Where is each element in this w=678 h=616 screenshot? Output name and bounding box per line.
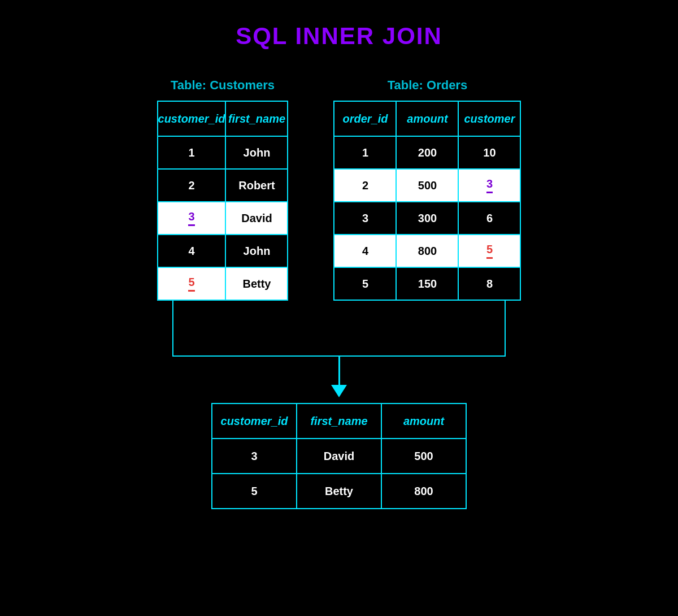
customers-header-row: customer_id first_name bbox=[158, 101, 288, 136]
result-row: 5Betty800 bbox=[212, 474, 466, 509]
customers-cell-name: Robert bbox=[225, 169, 288, 202]
customers-cell-id: 5 bbox=[158, 267, 226, 300]
customers-cell-name: John bbox=[225, 235, 288, 267]
customers-row: 5Betty bbox=[158, 267, 288, 300]
orders-cell-amount: 200 bbox=[396, 136, 458, 169]
customers-row: 2Robert bbox=[158, 169, 288, 202]
orders-cell-orderid: 1 bbox=[334, 136, 396, 169]
orders-cell-orderid: 5 bbox=[334, 267, 396, 300]
customers-col-name: first_name bbox=[225, 101, 288, 136]
orders-col-customer: customer bbox=[458, 101, 520, 136]
connector-wrapper bbox=[107, 301, 571, 357]
orders-cell-amount: 300 bbox=[396, 202, 458, 235]
customers-cell-name: Betty bbox=[225, 267, 288, 300]
customers-col-id: customer_id bbox=[158, 101, 226, 136]
result-col-custid: customer_id bbox=[212, 404, 297, 439]
page-title: SQL INNER JOIN bbox=[236, 23, 442, 50]
orders-row: 25003 bbox=[334, 169, 520, 202]
result-col-firstname: first_name bbox=[297, 404, 381, 439]
orders-cell-amount: 150 bbox=[396, 267, 458, 300]
customers-row: 4John bbox=[158, 235, 288, 267]
orders-cell-customer: 5 bbox=[458, 235, 520, 267]
result-cell-custid: 5 bbox=[212, 474, 297, 509]
customers-cell-id: 1 bbox=[158, 136, 226, 169]
customers-row: 1John bbox=[158, 136, 288, 169]
orders-row: 51508 bbox=[334, 267, 520, 300]
orders-row: 48005 bbox=[334, 235, 520, 267]
arrow-line bbox=[338, 357, 340, 385]
orders-cell-orderid: 2 bbox=[334, 169, 396, 202]
orders-cell-amount: 800 bbox=[396, 235, 458, 267]
customers-cell-id: 3 bbox=[158, 202, 226, 235]
orders-cell-customer: 10 bbox=[458, 136, 520, 169]
arrow-head bbox=[331, 385, 347, 397]
result-cell-firstname: David bbox=[297, 439, 381, 474]
orders-cell-orderid: 4 bbox=[334, 235, 396, 267]
connector-frame bbox=[172, 300, 506, 357]
orders-row: 33006 bbox=[334, 202, 520, 235]
result-cell-firstname: Betty bbox=[297, 474, 381, 509]
orders-table-label: Table: Orders bbox=[388, 78, 467, 93]
customers-row: 3David bbox=[158, 202, 288, 235]
orders-row: 120010 bbox=[334, 136, 520, 169]
orders-table: order_id amount customer 120010250033300… bbox=[333, 101, 521, 301]
arrow-container bbox=[331, 357, 347, 397]
customers-table: customer_id first_name 1John2Robert3Davi… bbox=[157, 101, 289, 301]
arrow-down bbox=[331, 357, 347, 397]
customers-cell-name: John bbox=[225, 136, 288, 169]
customers-cell-name: David bbox=[225, 202, 288, 235]
result-cell-amount: 800 bbox=[381, 474, 466, 509]
orders-cell-customer: 3 bbox=[458, 169, 520, 202]
result-section: customer_id first_name amount 3David5005… bbox=[211, 403, 467, 509]
orders-cell-orderid: 3 bbox=[334, 202, 396, 235]
orders-cell-amount: 500 bbox=[396, 169, 458, 202]
result-cell-amount: 500 bbox=[381, 439, 466, 474]
result-row: 3David500 bbox=[212, 439, 466, 474]
result-table: customer_id first_name amount 3David5005… bbox=[211, 403, 467, 509]
customers-cell-id: 4 bbox=[158, 235, 226, 267]
customers-table-label: Table: Customers bbox=[171, 78, 275, 93]
orders-table-container: Table: Orders order_id amount customer 1… bbox=[333, 78, 521, 301]
result-cell-custid: 3 bbox=[212, 439, 297, 474]
customers-cell-id: 2 bbox=[158, 169, 226, 202]
orders-cell-customer: 6 bbox=[458, 202, 520, 235]
orders-col-amount: amount bbox=[396, 101, 458, 136]
customers-table-container: Table: Customers customer_id first_name … bbox=[157, 78, 289, 301]
orders-cell-customer: 8 bbox=[458, 267, 520, 300]
orders-col-orderid: order_id bbox=[334, 101, 396, 136]
orders-header-row: order_id amount customer bbox=[334, 101, 520, 136]
result-col-amount: amount bbox=[381, 404, 466, 439]
result-header-row: customer_id first_name amount bbox=[212, 404, 466, 439]
tables-row: Table: Customers customer_id first_name … bbox=[157, 78, 521, 301]
